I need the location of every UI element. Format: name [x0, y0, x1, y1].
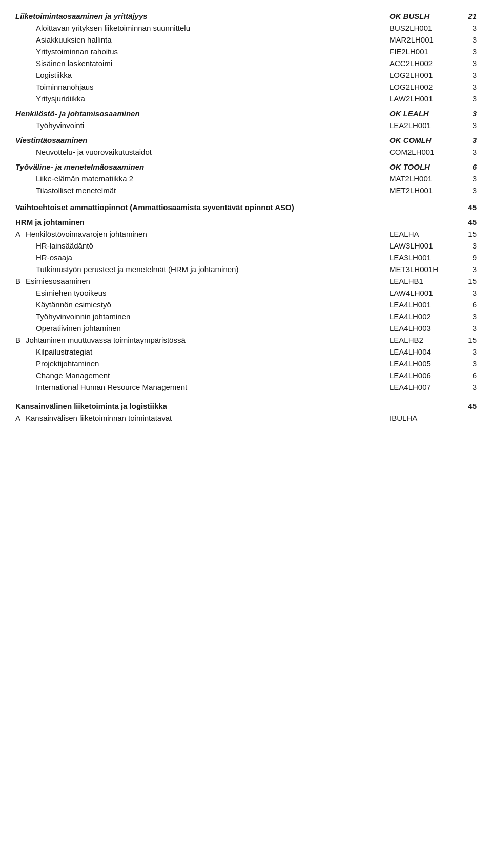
code-lea4lh007: LEA4LH007: [389, 383, 456, 391]
label-lea4lh005: Projektijohtaminen: [15, 359, 389, 368]
num-log2lh002: 3: [456, 82, 477, 91]
letter-b2: B: [15, 336, 26, 344]
num-law2lh001: 3: [456, 94, 477, 103]
label-log2lh002: Toiminnanohjaus: [15, 82, 389, 91]
section-kansainvalinen-header: Kansainvälinen liiketoiminta ja logistii…: [15, 400, 477, 412]
label-lea4lh002: Työhyvinvoinnin johtaminen: [15, 312, 389, 321]
hrm-group-a-text: Henkilöstövoimavarojen johtaminen: [26, 230, 147, 238]
code-law4lh001: LAW4LH001: [389, 288, 456, 297]
section-liiketoiminta-code: OK BUSLH: [389, 12, 456, 20]
row-lea2lh001: Työhyvinvointi LEA2LH001 3: [15, 119, 477, 131]
num-lea3lh001: 9: [456, 253, 477, 262]
num-met2lh001: 3: [456, 186, 477, 195]
row-log2lh002: Toiminnanohjaus LOG2LH002 3: [15, 81, 477, 93]
num-com2lh001: 3: [456, 148, 477, 156]
section-henkilosto-code: OK LEALH: [389, 109, 456, 118]
label-lea4lh001: Käytännön esimiestyö: [15, 300, 389, 309]
section-vaihtoehtoiset-num: 45: [456, 203, 477, 212]
hrm-group-b1: B Esimiesosaaminen LEALHB1 15: [15, 275, 477, 287]
code-mat2lh001: MAT2LH001: [389, 174, 456, 183]
num-lea4lh006: 6: [456, 371, 477, 380]
label-law2lh001: Yritysjuridiikka: [15, 94, 389, 103]
num-law4lh001: 3: [456, 288, 477, 297]
row-fie2lh001: Yritystoiminnan rahoitus FIE2LH001 3: [15, 46, 477, 57]
row-log2lh001: Logistiikka LOG2LH001 3: [15, 69, 477, 81]
hrm-group-b1-num: 15: [456, 277, 477, 285]
label-met2lh001: Tilastolliset menetelmät: [15, 186, 389, 195]
label-law3lh001: HR-lainsäädäntö: [15, 241, 389, 250]
hrm-group-b2-num: 15: [456, 336, 477, 344]
section-kansainvalinen-num: 45: [456, 402, 477, 410]
row-met3lh001h: Tutkimustyön perusteet ja menetelmät (HR…: [15, 263, 477, 275]
hrm-group-b2: B Johtaminen muuttuvassa toimintaympäris…: [15, 334, 477, 346]
hrm-group-a: A Henkilöstövoimavarojen johtaminen LEAL…: [15, 228, 477, 240]
label-lea4lh004: Kilpailustrategiat: [15, 347, 389, 356]
main-content: Liiketoimintaosaaminen ja yrittäjyys OK …: [15, 10, 477, 424]
row-bus2lh001: Aloittavan yrityksen liiketoiminnan suun…: [15, 22, 477, 34]
hrm-header: HRM ja johtaminen 45: [15, 216, 477, 228]
label-com2lh001: Neuvottelu- ja vuorovaikutustaidot: [15, 148, 389, 156]
section-tyovaline-code: OK TOOLH: [389, 162, 456, 171]
row-com2lh001: Neuvottelu- ja vuorovaikutustaidot COM2L…: [15, 146, 477, 158]
num-mar2lh001: 3: [456, 35, 477, 44]
code-met2lh001: MET2LH001: [389, 186, 456, 195]
code-com2lh001: COM2LH001: [389, 148, 456, 156]
row-law3lh001: HR-lainsäädäntö LAW3LH001 3: [15, 240, 477, 252]
section-viestinta-header: Viestintäosaaminen OK COMLH 3: [15, 134, 477, 146]
num-lea4lh001: 6: [456, 300, 477, 309]
section-tyovaline-label: Työväline- ja menetelmäosaaminen: [15, 162, 389, 171]
row-mat2lh001: Liike-elämän matematiikka 2 MAT2LH001 3: [15, 173, 477, 184]
code-mar2lh001: MAR2LH001: [389, 35, 456, 44]
code-lea3lh001: LEA3LH001: [389, 253, 456, 262]
section-viestinta-num: 3: [456, 136, 477, 144]
code-lea4lh001: LEA4LH001: [389, 300, 456, 309]
num-lea4lh004: 3: [456, 347, 477, 356]
code-lea2lh001: LEA2LH001: [389, 121, 456, 130]
row-lea4lh005: Projektijohtaminen LEA4LH005 3: [15, 358, 477, 369]
row-lea4lh004: Kilpailustrategiat LEA4LH004 3: [15, 346, 477, 358]
section-tyovaline-num: 6: [456, 162, 477, 171]
label-lea4lh006: Change Management: [15, 371, 389, 380]
label-lea4lh003: Operatiivinen johtaminen: [15, 324, 389, 333]
kansainvalinen-group-a-code: IBULHA: [389, 414, 456, 422]
row-lea3lh001: HR-osaaja LEA3LH001 9: [15, 252, 477, 263]
hrm-group-a-code: LEALHA: [389, 230, 456, 238]
section-viestinta-code: OK COMLH: [389, 136, 456, 144]
section-vaihtoehtoiset-label: Vaihtoehtoiset ammattiopinnot (Ammattios…: [15, 203, 389, 212]
letter-a-ibulha: A: [15, 414, 26, 422]
hrm-group-b2-code: LEALHB2: [389, 336, 456, 344]
hrm-group-b2-text: Johtaminen muuttuvassa toimintaympäristö…: [26, 336, 186, 344]
letter-b1: B: [15, 277, 26, 285]
kansainvalinen-group-a: A Kansainvälisen liiketoiminnan toiminta…: [15, 412, 477, 424]
code-log2lh002: LOG2LH002: [389, 82, 456, 91]
code-law3lh001: LAW3LH001: [389, 241, 456, 250]
num-lea4lh007: 3: [456, 383, 477, 391]
code-lea4lh006: LEA4LH006: [389, 371, 456, 380]
section-liiketoiminta-header: Liiketoimintaosaaminen ja yrittäjyys OK …: [15, 10, 477, 22]
code-bus2lh001: BUS2LH001: [389, 24, 456, 32]
row-lea4lh006: Change Management LEA4LH006 6: [15, 369, 477, 381]
num-lea4lh005: 3: [456, 359, 477, 368]
code-fie2lh001: FIE2LH001: [389, 47, 456, 56]
section-henkilosto-num: 3: [456, 109, 477, 118]
label-fie2lh001: Yritystoiminnan rahoitus: [15, 47, 389, 56]
num-mat2lh001: 3: [456, 174, 477, 183]
label-log2lh001: Logistiikka: [15, 71, 389, 79]
hrm-group-b1-code: LEALHB1: [389, 277, 456, 285]
num-met3lh001h: 3: [456, 265, 477, 274]
code-log2lh001: LOG2LH001: [389, 71, 456, 79]
num-lea2lh001: 3: [456, 121, 477, 130]
code-met3lh001h: MET3LH001H: [389, 265, 456, 274]
code-acc2lh002: ACC2LH002: [389, 59, 456, 68]
hrm-title: HRM ja johtaminen: [15, 218, 389, 226]
row-lea4lh007: International Human Resource Management …: [15, 381, 477, 393]
num-fie2lh001: 3: [456, 47, 477, 56]
num-law3lh001: 3: [456, 241, 477, 250]
num-bus2lh001: 3: [456, 24, 477, 32]
label-lea3lh001: HR-osaaja: [15, 253, 389, 262]
row-lea4lh003: Operatiivinen johtaminen LEA4LH003 3: [15, 322, 477, 334]
letter-a: A: [15, 230, 26, 238]
code-lea4lh005: LEA4LH005: [389, 359, 456, 368]
section-tyovaline-header: Työväline- ja menetelmäosaaminen OK TOOL…: [15, 161, 477, 173]
hrm-group-b2-label: B Johtaminen muuttuvassa toimintaympäris…: [15, 336, 389, 344]
